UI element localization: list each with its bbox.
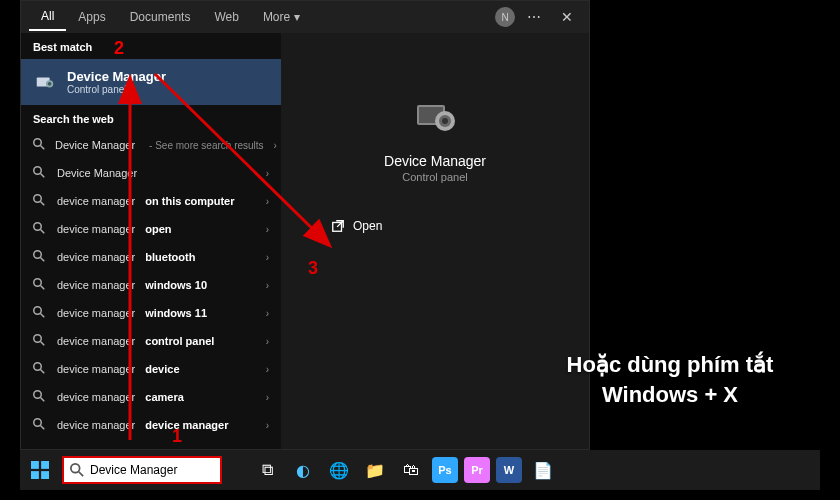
web-result-item[interactable]: device manager camera› bbox=[21, 383, 281, 411]
chevron-right-icon: › bbox=[274, 140, 277, 151]
web-result-item[interactable]: device manager windows 11› bbox=[21, 299, 281, 327]
chevron-right-icon: › bbox=[266, 252, 269, 263]
chevron-right-icon: › bbox=[266, 392, 269, 403]
taskbar-app-file[interactable]: 📄 bbox=[528, 455, 558, 485]
chevron-right-icon: › bbox=[266, 196, 269, 207]
svg-point-17 bbox=[34, 335, 42, 343]
chevron-down-icon: ▾ bbox=[294, 10, 300, 24]
windows-icon bbox=[31, 461, 49, 479]
tab-documents[interactable]: Documents bbox=[118, 4, 203, 30]
best-match-title: Device Manager bbox=[67, 69, 166, 84]
taskbar-app-task-view[interactable]: ⧉ bbox=[252, 455, 282, 485]
result-suffix: open bbox=[145, 223, 171, 235]
svg-point-21 bbox=[34, 391, 42, 399]
search-icon bbox=[33, 334, 47, 348]
tab-more[interactable]: More ▾ bbox=[251, 4, 312, 30]
web-result-item[interactable]: Device Manager- See more search results› bbox=[21, 131, 281, 159]
device-manager-icon bbox=[33, 70, 57, 94]
taskbar: Device Manager ⧉◐🌐📁🛍PsPrW📄 bbox=[20, 450, 820, 490]
svg-point-9 bbox=[34, 223, 42, 231]
more-options-button[interactable]: ⋯ bbox=[523, 5, 545, 29]
callout-1: 1 bbox=[172, 426, 182, 447]
result-suffix: on this computer bbox=[145, 195, 234, 207]
overlay-tip-text: Hoặc dùng phím tắt Windows + X bbox=[530, 350, 810, 409]
taskbar-app-store[interactable]: 🛍 bbox=[396, 455, 426, 485]
result-text: device manager bbox=[57, 335, 135, 347]
open-action[interactable]: Open bbox=[321, 213, 392, 239]
web-result-item[interactable]: device manager device manager› bbox=[21, 411, 281, 439]
open-icon bbox=[331, 219, 345, 233]
best-match-subtitle: Control panel bbox=[67, 84, 166, 95]
svg-point-29 bbox=[442, 118, 448, 124]
web-result-item[interactable]: device manager device› bbox=[21, 355, 281, 383]
web-result-item[interactable]: device manager control panel› bbox=[21, 327, 281, 355]
svg-line-6 bbox=[41, 174, 45, 178]
search-icon bbox=[33, 166, 47, 180]
web-result-item[interactable]: Device Manager› bbox=[21, 159, 281, 187]
search-icon bbox=[70, 463, 84, 477]
best-match-item[interactable]: Device Manager Control panel bbox=[21, 59, 281, 105]
open-label: Open bbox=[353, 219, 382, 233]
tab-web[interactable]: Web bbox=[202, 4, 250, 30]
svg-line-22 bbox=[41, 398, 45, 402]
result-text: device manager bbox=[57, 391, 135, 403]
svg-line-20 bbox=[41, 370, 45, 374]
callout-3: 3 bbox=[308, 258, 318, 279]
user-avatar[interactable]: N bbox=[495, 7, 515, 27]
svg-point-37 bbox=[71, 464, 80, 473]
result-text: device manager bbox=[57, 251, 135, 263]
svg-point-23 bbox=[34, 419, 42, 427]
result-text: device manager bbox=[57, 279, 135, 291]
svg-line-12 bbox=[41, 258, 45, 262]
result-text: device manager bbox=[57, 307, 135, 319]
svg-line-10 bbox=[41, 230, 45, 234]
search-icon bbox=[33, 306, 47, 320]
taskbar-app-word[interactable]: W bbox=[496, 457, 522, 483]
search-panel: All Apps Documents Web More ▾ N ⋯ ✕ Best… bbox=[20, 0, 590, 450]
result-suffix: windows 10 bbox=[145, 279, 207, 291]
best-match-label: Best match bbox=[21, 33, 281, 59]
search-web-label: Search the web bbox=[21, 105, 281, 131]
svg-line-24 bbox=[41, 426, 45, 430]
chevron-right-icon: › bbox=[266, 224, 269, 235]
svg-rect-33 bbox=[31, 461, 39, 469]
svg-rect-36 bbox=[41, 471, 49, 479]
taskbar-app-cortana[interactable]: ◐ bbox=[288, 455, 318, 485]
result-suffix: control panel bbox=[145, 335, 214, 347]
web-result-item[interactable]: device manager on this computer› bbox=[21, 187, 281, 215]
chevron-right-icon: › bbox=[266, 168, 269, 179]
result-text: device manager bbox=[57, 419, 135, 431]
web-result-item[interactable]: device manager windows 10› bbox=[21, 271, 281, 299]
taskbar-app-explorer[interactable]: 📁 bbox=[360, 455, 390, 485]
svg-point-13 bbox=[34, 279, 42, 287]
detail-subtitle: Control panel bbox=[402, 171, 467, 183]
taskbar-app-premiere[interactable]: Pr bbox=[464, 457, 490, 483]
tab-all[interactable]: All bbox=[29, 3, 66, 31]
result-suffix: camera bbox=[145, 391, 184, 403]
result-suffix: device bbox=[145, 363, 179, 375]
svg-point-2 bbox=[48, 82, 52, 86]
svg-point-19 bbox=[34, 363, 42, 371]
web-result-item[interactable]: device manager open› bbox=[21, 215, 281, 243]
taskbar-app-edge[interactable]: 🌐 bbox=[324, 455, 354, 485]
search-icon bbox=[33, 138, 45, 152]
result-text: device manager bbox=[57, 363, 135, 375]
search-value: Device Manager bbox=[90, 463, 177, 477]
detail-device-manager-icon bbox=[411, 93, 459, 141]
tab-apps[interactable]: Apps bbox=[66, 4, 117, 30]
detail-title: Device Manager bbox=[384, 153, 486, 169]
web-result-item[interactable]: device manager bluetooth› bbox=[21, 243, 281, 271]
close-button[interactable]: ✕ bbox=[553, 5, 581, 29]
search-icon bbox=[33, 418, 47, 432]
start-button[interactable] bbox=[20, 450, 60, 490]
chevron-right-icon: › bbox=[266, 420, 269, 431]
search-icon bbox=[33, 362, 47, 376]
result-suffix: bluetooth bbox=[145, 251, 195, 263]
svg-line-14 bbox=[41, 286, 45, 290]
taskbar-app-photoshop[interactable]: Ps bbox=[432, 457, 458, 483]
svg-point-5 bbox=[34, 167, 42, 175]
svg-rect-34 bbox=[41, 461, 49, 469]
chevron-right-icon: › bbox=[266, 308, 269, 319]
taskbar-search-input[interactable]: Device Manager bbox=[62, 456, 222, 484]
svg-line-8 bbox=[41, 202, 45, 206]
